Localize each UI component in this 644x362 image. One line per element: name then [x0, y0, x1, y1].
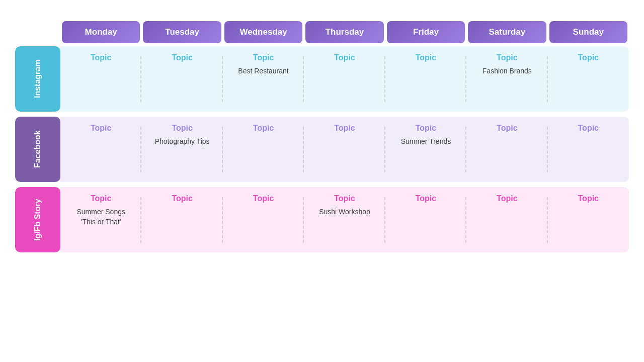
- topic-label-igfb-2: Topic: [253, 194, 274, 203]
- section-cells-instagram: TopicTopicTopicBest RestaurantTopicTopic…: [60, 46, 629, 112]
- topic-label-instagram-0: Topic: [91, 53, 111, 62]
- topic-label-igfb-5: Topic: [497, 194, 517, 203]
- topic-label-facebook-2: Topic: [253, 124, 274, 133]
- cell-igfb-tuesday[interactable]: Topic: [141, 187, 222, 252]
- cell-instagram-saturday[interactable]: TopicFashion Brands: [466, 46, 547, 112]
- cell-instagram-tuesday[interactable]: Topic: [141, 46, 222, 112]
- cell-facebook-friday[interactable]: TopicSummer Trends: [385, 117, 466, 182]
- cell-igfb-saturday[interactable]: Topic: [466, 187, 547, 252]
- cell-instagram-sunday[interactable]: Topic: [548, 46, 629, 112]
- day-header-saturday: Saturday: [468, 21, 546, 43]
- section-label-igfb: Ig/Fb Story: [15, 187, 60, 252]
- cell-igfb-monday[interactable]: TopicSummer Songs 'This or That': [60, 187, 141, 252]
- topic-label-instagram-6: Topic: [578, 53, 599, 62]
- day-header-sunday: Sunday: [549, 21, 627, 43]
- topic-label-facebook-5: Topic: [497, 124, 517, 133]
- topic-label-igfb-0: Topic: [91, 194, 111, 203]
- topic-label-instagram-3: Topic: [334, 53, 355, 62]
- cell-content-igfb-0: Summer Songs 'This or That': [76, 207, 125, 227]
- section-label-facebook: Facebook: [15, 117, 60, 182]
- section-row-facebook: FacebookTopicTopicPhotography TipsTopicT…: [15, 117, 629, 182]
- section-label-instagram: Instagram: [15, 46, 60, 112]
- topic-label-instagram-2: Topic: [253, 53, 274, 62]
- day-header-wednesday: Wednesday: [224, 21, 302, 43]
- cell-igfb-friday[interactable]: Topic: [385, 187, 466, 252]
- cell-facebook-thursday[interactable]: Topic: [304, 117, 385, 182]
- section-row-igfb: Ig/Fb StoryTopicSummer Songs 'This or Th…: [15, 187, 629, 252]
- cell-igfb-thursday[interactable]: TopicSushi Workshop: [304, 187, 385, 252]
- cell-facebook-monday[interactable]: Topic: [60, 117, 141, 182]
- cell-content-instagram-5: Fashion Brands: [482, 66, 532, 76]
- section-cells-igfb: TopicSummer Songs 'This or That'TopicTop…: [60, 187, 629, 252]
- day-header-thursday: Thursday: [305, 21, 383, 43]
- topic-label-facebook-4: Topic: [416, 124, 436, 133]
- day-header-monday: Monday: [62, 21, 140, 43]
- section-cells-facebook: TopicTopicPhotography TipsTopicTopicTopi…: [60, 117, 629, 182]
- topic-label-facebook-3: Topic: [334, 124, 355, 133]
- cell-instagram-thursday[interactable]: Topic: [304, 46, 385, 112]
- cell-content-facebook-4: Summer Trends: [401, 137, 451, 147]
- topic-label-facebook-1: Topic: [172, 124, 192, 133]
- section-row-instagram: InstagramTopicTopicTopicBest RestaurantT…: [15, 46, 629, 112]
- sections: InstagramTopicTopicTopicBest RestaurantT…: [15, 46, 629, 252]
- cell-content-facebook-1: Photography Tips: [155, 137, 210, 147]
- header-row: MondayTuesdayWednesdayThursdayFridaySatu…: [15, 21, 629, 43]
- cell-instagram-friday[interactable]: Topic: [385, 46, 466, 112]
- topic-label-igfb-6: Topic: [578, 194, 599, 203]
- cell-facebook-sunday[interactable]: Topic: [548, 117, 629, 182]
- day-header-friday: Friday: [387, 21, 465, 43]
- topic-label-instagram-1: Topic: [172, 53, 192, 62]
- topic-label-igfb-1: Topic: [172, 194, 192, 203]
- topic-label-instagram-4: Topic: [416, 53, 436, 62]
- calendar-container: MondayTuesdayWednesdayThursdayFridaySatu…: [15, 21, 629, 252]
- cell-facebook-wednesday[interactable]: Topic: [223, 117, 304, 182]
- header-spacer: [15, 21, 60, 43]
- cell-content-igfb-3: Sushi Workshop: [319, 207, 370, 217]
- cell-igfb-sunday[interactable]: Topic: [548, 187, 629, 252]
- cell-facebook-tuesday[interactable]: TopicPhotography Tips: [141, 117, 222, 182]
- topic-label-igfb-4: Topic: [416, 194, 436, 203]
- topic-label-facebook-6: Topic: [578, 124, 599, 133]
- cell-content-instagram-2: Best Restaurant: [238, 66, 288, 76]
- topic-label-facebook-0: Topic: [91, 124, 111, 133]
- topic-label-igfb-3: Topic: [334, 194, 355, 203]
- cell-instagram-monday[interactable]: Topic: [60, 46, 141, 112]
- cell-igfb-wednesday[interactable]: Topic: [223, 187, 304, 252]
- topic-label-instagram-5: Topic: [497, 53, 517, 62]
- cell-instagram-wednesday[interactable]: TopicBest Restaurant: [223, 46, 304, 112]
- cell-facebook-saturday[interactable]: Topic: [466, 117, 547, 182]
- day-header-tuesday: Tuesday: [143, 21, 221, 43]
